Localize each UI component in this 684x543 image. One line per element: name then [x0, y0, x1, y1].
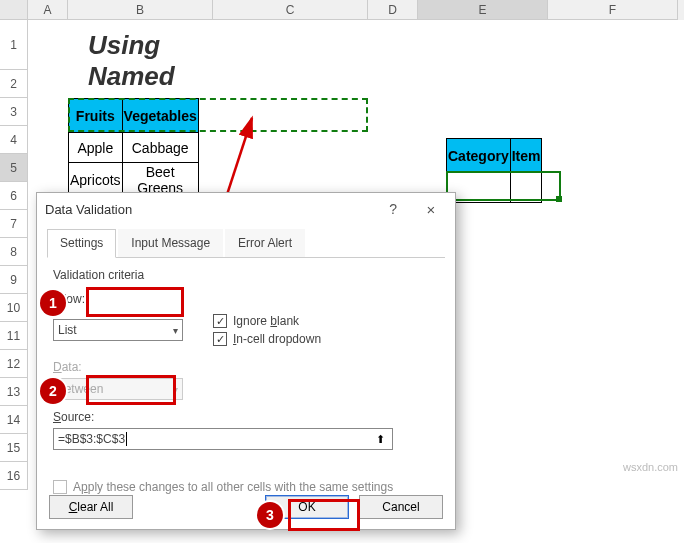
col-B[interactable]: B	[68, 0, 213, 20]
row-10[interactable]: 10	[0, 294, 28, 322]
cancel-button[interactable]: Cancel	[359, 495, 443, 519]
step-badge-3: 3	[257, 502, 283, 528]
col-A[interactable]: A	[28, 0, 68, 20]
step-badge-2: 2	[40, 378, 66, 404]
row-12[interactable]: 12	[0, 350, 28, 378]
allow-value: List	[58, 323, 77, 337]
header-vegetables[interactable]: Vegetables	[122, 99, 198, 133]
data-validation-dialog: Data Validation ? × Settings Input Messa…	[36, 192, 456, 530]
tab-settings[interactable]: Settings	[47, 229, 116, 258]
dialog-title: Data Validation	[45, 202, 132, 217]
row-4[interactable]: 4	[0, 126, 28, 154]
row-16[interactable]: 16	[0, 462, 28, 490]
header-category[interactable]: Category	[447, 139, 511, 173]
row-13[interactable]: 13	[0, 378, 28, 406]
col-D[interactable]: D	[368, 0, 418, 20]
apply-label: Apply these changes to all other cells w…	[73, 480, 393, 494]
tab-error-alert[interactable]: Error Alert	[225, 229, 305, 257]
clear-all-button[interactable]: Clear All	[49, 495, 133, 519]
collapse-dialog-icon[interactable]: ⬆	[372, 431, 388, 447]
watermark: wsxdn.com	[623, 461, 678, 473]
source-label: Source:	[53, 410, 439, 424]
allow-combo[interactable]: List ▾	[53, 319, 183, 341]
incell-dropdown-checkbox[interactable]: ✓	[213, 332, 227, 346]
tab-input-message[interactable]: Input Message	[118, 229, 223, 257]
row-8[interactable]: 8	[0, 238, 28, 266]
header-fruits[interactable]: Fruits	[69, 99, 123, 133]
row-14[interactable]: 14	[0, 406, 28, 434]
help-icon[interactable]: ?	[389, 201, 397, 217]
row-7[interactable]: 7	[0, 210, 28, 238]
data-combo: between ▾	[53, 378, 183, 400]
row-3[interactable]: 3	[0, 98, 28, 126]
allow-label: Allow:	[53, 292, 439, 306]
cell-f5[interactable]	[510, 173, 542, 203]
row-2[interactable]: 2	[0, 70, 28, 98]
criteria-label: Validation criteria	[53, 268, 439, 282]
cell-b4[interactable]: Apple	[69, 133, 123, 163]
row-5[interactable]: 5	[0, 154, 28, 182]
row-1[interactable]: 1	[0, 20, 28, 70]
cell-e5[interactable]	[447, 173, 511, 203]
cell-c4[interactable]: Cabbage	[122, 133, 198, 163]
row-9[interactable]: 9	[0, 266, 28, 294]
step-badge-1: 1	[40, 290, 66, 316]
data-table-1: Fruits Vegetables Apple Cabbage Apricots…	[68, 98, 199, 198]
ignore-blank-label: Ignore blank	[233, 314, 299, 328]
row-11[interactable]: 11	[0, 322, 28, 350]
incell-dropdown-label: In-cell dropdown	[233, 332, 321, 346]
header-item[interactable]: Item	[510, 139, 542, 173]
apply-checkbox	[53, 480, 67, 494]
ignore-blank-checkbox[interactable]: ✓	[213, 314, 227, 328]
source-input[interactable]: =$B$3:$C$3 ⬆	[53, 428, 393, 450]
close-icon[interactable]: ×	[415, 201, 447, 218]
data-label: Data:	[53, 360, 439, 374]
col-E[interactable]: E	[418, 0, 548, 20]
source-value: =$B$3:$C$3	[58, 432, 125, 446]
select-all-corner[interactable]	[0, 0, 28, 20]
chevron-down-icon: ▾	[173, 325, 178, 336]
data-table-2: Category Item	[446, 138, 542, 203]
chevron-down-icon: ▾	[173, 384, 178, 395]
row-6[interactable]: 6	[0, 182, 28, 210]
col-F[interactable]: F	[548, 0, 678, 20]
row-15[interactable]: 15	[0, 434, 28, 462]
col-C[interactable]: C	[213, 0, 368, 20]
